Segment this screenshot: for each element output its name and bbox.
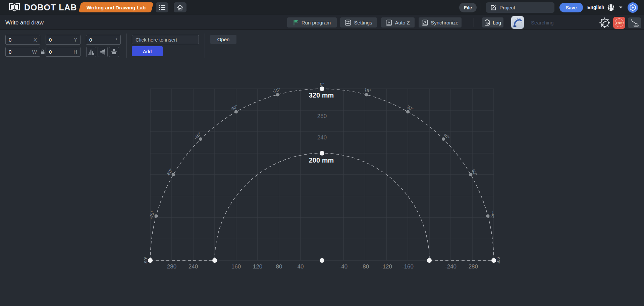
log-button[interactable]: Log <box>482 17 503 27</box>
log-label: Log <box>493 20 501 25</box>
x-axis-label: 160 <box>231 263 241 270</box>
width-input[interactable] <box>6 49 32 55</box>
help-button[interactable] <box>628 2 638 13</box>
flip-horizontal-icon <box>88 49 95 55</box>
angle-dot <box>234 110 238 114</box>
x-axis-label: -280 <box>467 263 478 270</box>
stop-label: STOP <box>615 18 624 27</box>
x-suffix-label: X <box>34 37 40 43</box>
workspace-key-dot[interactable] <box>427 258 432 263</box>
dobot-hex-icon <box>629 4 636 11</box>
file-button[interactable]: File <box>459 3 477 12</box>
angle-dot <box>199 137 202 141</box>
auto-z-label: Auto Z <box>395 20 410 25</box>
x-axis-label: 40 <box>298 263 304 270</box>
width-suffix-label: W <box>32 49 40 55</box>
angle-label: -15° <box>272 87 281 94</box>
angle-label: -75° <box>148 210 155 220</box>
project-button-label: Project <box>499 5 515 10</box>
insert-text-input[interactable] <box>132 35 199 44</box>
workspace-canvas[interactable]: -90°-75°-60°-45°-30°-15°0°15°30°45°60°75… <box>0 30 644 306</box>
angle-label: 90° <box>496 257 501 264</box>
save-button-label: Save <box>566 5 577 10</box>
book-logo-icon <box>8 2 21 12</box>
calibration-button[interactable] <box>599 17 610 28</box>
x-position-input[interactable] <box>6 37 34 43</box>
home-button[interactable] <box>174 2 186 12</box>
robot-arm-icon <box>630 19 639 27</box>
gear-robot-icon <box>599 17 610 28</box>
settings-sliders-icon <box>345 19 351 26</box>
robot-panel-button[interactable] <box>628 17 641 28</box>
outer-radius-label: 320 mm <box>309 91 334 99</box>
controls-divider-2 <box>205 34 205 58</box>
center-object-button[interactable] <box>109 47 119 57</box>
y-position-field[interactable]: Y <box>46 35 80 45</box>
toolbar-separator <box>474 18 474 27</box>
angle-label: -90° <box>143 256 148 264</box>
center-align-icon <box>111 49 117 55</box>
globe-icon[interactable] <box>607 3 615 12</box>
radial-label: 240 <box>317 134 327 141</box>
edit-project-icon <box>490 5 496 11</box>
height-field[interactable]: H <box>46 47 80 57</box>
x-axis-label: -160 <box>402 263 414 270</box>
brand: DOBOT LAB <box>8 0 77 15</box>
workspace-key-dot[interactable] <box>148 258 153 263</box>
workspace-key-dot[interactable] <box>491 258 496 263</box>
x-axis-label: 240 <box>189 263 198 270</box>
workspace-key-dot[interactable] <box>212 258 217 263</box>
rotation-input[interactable] <box>86 37 115 43</box>
list-menu-icon <box>159 5 165 10</box>
angle-dot <box>276 93 279 96</box>
language-selector-label[interactable]: English <box>587 0 604 15</box>
settings-button[interactable]: Settings <box>340 17 377 27</box>
x-position-field[interactable]: X <box>5 35 40 45</box>
flip-vertical-button[interactable] <box>98 47 108 57</box>
controls-divider <box>126 34 127 58</box>
angle-dot <box>442 137 445 141</box>
home-icon <box>177 4 183 11</box>
flip-horizontal-button[interactable] <box>86 47 96 57</box>
angle-dot <box>469 173 472 176</box>
workspace-key-dot[interactable] <box>320 86 324 91</box>
aspect-lock-icon[interactable] <box>41 49 45 54</box>
synchronize-arm-icon <box>422 19 428 26</box>
searching-status: Searching <box>531 15 554 30</box>
x-axis-label: 280 <box>167 263 176 270</box>
robot-arm-thumbnail-icon <box>512 17 523 28</box>
language-dropdown-caret-icon[interactable] <box>619 6 623 9</box>
brand-name: DOBOT LAB <box>24 3 77 12</box>
width-field[interactable]: W <box>5 47 40 57</box>
emergency-stop-button[interactable]: STOP <box>613 17 625 29</box>
settings-label: Settings <box>354 20 372 25</box>
rotation-field[interactable]: ° <box>86 35 121 45</box>
y-suffix-label: Y <box>74 37 80 43</box>
y-position-input[interactable] <box>46 37 74 43</box>
save-button[interactable]: Save <box>559 3 583 12</box>
device-thumbnail[interactable] <box>511 16 524 29</box>
x-axis-label: -80 <box>361 263 369 270</box>
log-clipboard-icon <box>484 19 490 26</box>
angle-dot <box>365 93 368 96</box>
synchronize-button[interactable]: Synchronize <box>419 17 462 27</box>
x-axis-label: 80 <box>276 263 282 270</box>
rotation-suffix-label: ° <box>115 37 120 43</box>
file-button-label: File <box>464 5 472 10</box>
workspace-key-dot[interactable] <box>320 258 324 263</box>
menu-button[interactable] <box>156 2 168 12</box>
auto-z-button[interactable]: Auto Z <box>381 17 415 27</box>
topbar-separator <box>481 3 481 11</box>
angle-dot <box>486 214 490 218</box>
flip-vertical-icon <box>100 49 106 55</box>
x-axis-label: -120 <box>381 263 392 270</box>
add-button[interactable]: Add <box>132 46 163 56</box>
height-input[interactable] <box>46 49 73 55</box>
open-button[interactable]: Open <box>210 35 236 44</box>
workspace-key-dot[interactable] <box>320 151 324 156</box>
angle-dot <box>406 110 410 114</box>
toolbar: Write and draw Run program Settings Auto… <box>0 15 644 30</box>
project-button[interactable]: Project <box>486 2 554 13</box>
run-program-button[interactable]: Run program <box>287 17 337 27</box>
angle-dot <box>154 214 158 218</box>
